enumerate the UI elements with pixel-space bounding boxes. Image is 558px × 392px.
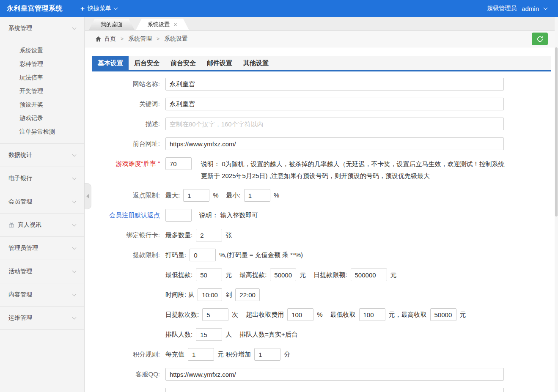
sidebar-item-3[interactable]: 开奖管理 (0, 84, 84, 98)
breadcrumb-item-1[interactable]: 系统管理 (128, 35, 152, 43)
sidebar-group-label: 内容管理 (8, 291, 73, 299)
form-row-9: 最低提款:元最高提款:元日提款限额:元 (98, 269, 551, 281)
field-text: 元 (300, 269, 306, 281)
field-content (165, 98, 504, 110)
sidebar-group-2[interactable]: 电子银行 (0, 167, 84, 190)
tab-邮件设置[interactable]: 邮件设置 (201, 56, 238, 70)
sidebar-group-5[interactable]: 管理员管理 (0, 237, 84, 260)
daily-withdraw-limit-input[interactable] (351, 269, 387, 281)
tab-后台安全[interactable]: 后台安全 (129, 56, 165, 70)
breadcrumb-label: 系统设置 (164, 35, 188, 43)
quick-menu-label: 快捷菜单 (88, 5, 111, 12)
field-text: %,(打码量 = 充值金额 乘 **%) (219, 249, 303, 261)
sidebar-group-3[interactable]: 会员管理 (0, 190, 84, 214)
points-gain-input[interactable] (254, 348, 280, 361)
sidebar-group-1[interactable]: 数据统计 (0, 144, 84, 167)
site-name-input[interactable] (165, 78, 504, 90)
field-content (165, 388, 504, 392)
win-rate-input[interactable] (165, 157, 192, 170)
chevron-down-icon (72, 152, 77, 156)
field-label[interactable]: 会员注册默认返点 (98, 209, 165, 222)
description-input[interactable] (165, 118, 504, 130)
wager-requirement-input[interactable] (190, 249, 216, 261)
chevron-down-icon (72, 269, 77, 273)
field-text: 元 (460, 308, 466, 321)
refresh-button[interactable] (532, 33, 548, 45)
chevron-down-icon (72, 292, 77, 296)
min-withdraw-input[interactable] (196, 269, 222, 281)
field-content: 最大:%最小:% (165, 189, 279, 202)
daily-withdraw-count-input[interactable] (202, 308, 228, 321)
sidebar-item-4[interactable]: 预设开奖 (0, 98, 84, 111)
field-label: 客服QQ: (98, 368, 165, 381)
field-text: 每充值 (165, 348, 184, 361)
site-url-input[interactable] (165, 137, 504, 150)
form-row-13: 积分规则:每充值元 积分增加分 (98, 348, 551, 361)
keywords-input[interactable] (165, 98, 504, 110)
sidebar-item-5[interactable]: 游戏记录 (0, 111, 84, 125)
field-content (165, 78, 504, 90)
form-row-3: 前台网址: (98, 137, 551, 150)
sidebar-group-0[interactable]: 系统管理 (0, 17, 84, 40)
field-content (165, 118, 504, 130)
window-tab-1[interactable]: 系统设置× (136, 19, 189, 30)
field-content: 日提款次数:次超出收取费用%最低收取元，最高收取元 (165, 308, 466, 321)
field-text: 最多数量: (165, 229, 192, 241)
default-rebate-input[interactable] (165, 209, 192, 222)
user-menu[interactable]: 超级管理员 admin (487, 5, 547, 12)
max-fee-input[interactable] (430, 308, 456, 321)
window-tab-0[interactable]: 我的桌面 (89, 19, 135, 30)
sidebar-item-6[interactable]: 注单异常检测 (0, 125, 84, 138)
sidebar-item-2[interactable]: 玩法倍率 (0, 71, 84, 84)
form-row-2: 描述: (98, 118, 551, 130)
breadcrumb-item-0[interactable]: 首页 (95, 35, 116, 43)
sidebar-group-label: 运维管理 (8, 314, 73, 322)
breadcrumb-item-2[interactable]: 系统设置 (164, 35, 188, 43)
service-qq-input[interactable] (165, 368, 504, 381)
close-icon[interactable]: × (173, 21, 177, 27)
sidebar-submenu: 系统设置彩种管理玩法倍率开奖管理预设开奖游戏记录注单异常检测 (0, 40, 84, 144)
collapse-arrow-icon (86, 194, 89, 199)
field-text: 打码量: (165, 249, 186, 261)
sidebar-group-label: 电子银行 (8, 175, 73, 182)
sidebar-group-8[interactable]: 运维管理 (0, 307, 84, 330)
recharge-amount-input[interactable] (188, 348, 214, 361)
breadcrumb: 首页>系统管理>系统设置 (95, 35, 188, 43)
sidebar-collapse-handle[interactable] (85, 183, 91, 209)
field-text: 最大: (165, 189, 180, 202)
field-label: 绑定银行卡: (98, 229, 165, 241)
chevron-down-icon (72, 199, 77, 203)
time-from-input[interactable] (198, 288, 222, 301)
form-row-8: 提款限制:打码量:%,(打码量 = 充值金额 乘 **%) (98, 249, 551, 261)
chevron-down-icon (544, 5, 548, 10)
max-bankcards-input[interactable] (196, 229, 222, 241)
scrollbar-thumb[interactable] (555, 47, 558, 217)
rebate-min-input[interactable] (244, 189, 270, 202)
sidebar-item-1[interactable]: 彩种管理 (0, 57, 84, 71)
scrollbar[interactable] (555, 17, 558, 392)
min-fee-input[interactable] (359, 308, 385, 321)
tab-基本设置[interactable]: 基本设置 (92, 56, 129, 70)
sidebar-group-label: 数据统计 (8, 151, 73, 159)
extra-setting-input[interactable] (165, 388, 504, 392)
sidebar-group-7[interactable]: 内容管理 (0, 283, 84, 307)
rebate-max-input[interactable] (183, 189, 209, 202)
sidebar-group-4[interactable]: 真人视讯 (0, 214, 84, 237)
tab-前台安全[interactable]: 前台安全 (165, 56, 201, 70)
refresh-icon (536, 36, 544, 43)
field-text: 最高提款: (239, 269, 267, 281)
max-withdraw-input[interactable] (270, 269, 296, 281)
field-text: 张 (225, 229, 232, 241)
field-content: 每充值元 积分增加分 (165, 348, 290, 361)
time-to-input[interactable] (235, 288, 260, 301)
queue-count-input[interactable] (196, 328, 222, 341)
excess-fee-input[interactable] (287, 308, 313, 321)
field-text: 最小: (226, 189, 241, 202)
quick-menu-button[interactable]: + 快捷菜单 (80, 5, 117, 12)
sidebar-menu: 系统管理系统设置彩种管理玩法倍率开奖管理预设开奖游戏记录注单异常检测数据统计电子… (0, 17, 84, 330)
field-text: 说明： 输入整数即可 (199, 209, 258, 222)
sidebar-group-6[interactable]: 活动管理 (0, 260, 84, 283)
window-tab-label: 我的桌面 (101, 21, 123, 28)
sidebar-item-0[interactable]: 系统设置 (0, 44, 84, 57)
tab-其他设置[interactable]: 其他设置 (238, 56, 274, 70)
